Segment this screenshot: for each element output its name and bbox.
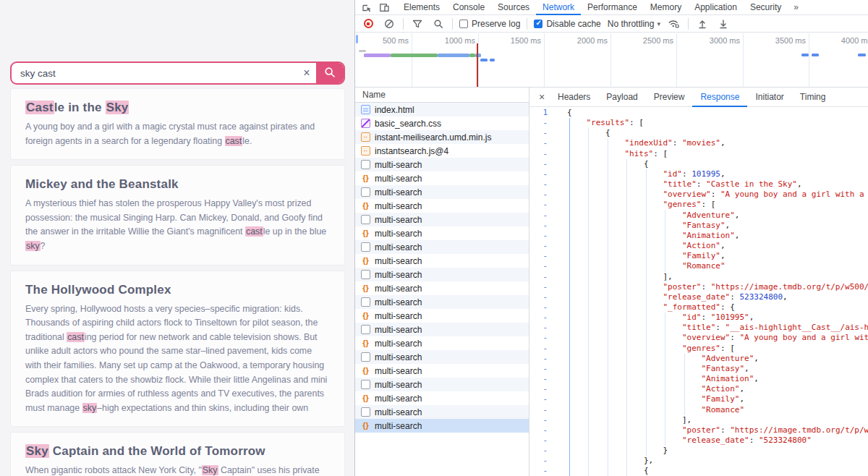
network-request-row[interactable]: multi-search [355,268,529,281]
detail-tab-preview[interactable]: Preview [646,88,693,107]
indent-guide [588,159,589,169]
response-line: - "hits": [ [529,149,868,159]
network-request-row[interactable]: multi-search [355,213,529,226]
devtools-tab-application[interactable]: Application [688,0,744,15]
network-request-row[interactable]: multi-search [355,158,529,171]
indent-guide [608,425,608,435]
request-name: multi-search [375,229,422,239]
network-request-row[interactable]: multi-search [355,295,529,309]
indent-guide [569,354,570,364]
search-results-list: Castle in the SkyA young boy and a girl … [10,88,345,476]
indent-guide [646,302,647,313]
request-name: instantsearch.js@4 [375,146,448,156]
indent-guide [588,231,589,241]
network-request-row[interactable]: ··instantsearch.js@4 [355,144,529,158]
network-request-row[interactable]: basic_search.css [355,116,529,130]
clear-network-log-button[interactable] [382,17,396,30]
search-network-icon[interactable] [431,17,446,30]
indent-guide [626,313,627,323]
network-request-row[interactable]: {}multi-search [355,391,529,405]
network-request-row[interactable]: {}multi-search [355,336,529,350]
indent-guide [569,272,570,282]
indent-guide [665,405,665,415]
preserve-log-label: Preserve log [472,19,520,29]
indent-guide [665,323,665,333]
overview-drag-handle[interactable] [356,35,358,43]
timeline-gridline [610,33,611,87]
network-request-row[interactable]: multi-search [355,350,529,364]
search-hit-card[interactable]: Castle in the SkyA young boy and a girl … [10,88,345,160]
search-hit-card[interactable]: Sky Captain and the World of TomorrowWhe… [10,432,345,476]
detail-tab-headers[interactable]: Headers [550,88,598,107]
network-request-row[interactable]: {}multi-search [355,364,529,378]
more-tabs-button[interactable]: » [788,2,805,12]
search-hit-card[interactable]: Mickey and the BeanstalkA mysterious thi… [10,165,345,265]
close-icon[interactable]: × [534,91,550,103]
response-line: - "indexUid": "movies", [529,138,868,148]
response-line: - "Action", [529,384,868,394]
request-name: multi-search [375,394,422,404]
indent-guide [588,415,589,425]
devtools-tab-elements[interactable]: Elements [397,0,446,15]
network-request-row[interactable]: multi-search [355,405,529,419]
network-request-row[interactable]: {}multi-search [355,199,529,213]
detail-tab-payload[interactable]: Payload [598,88,645,107]
indent-guide [684,384,685,394]
device-toolbar-icon[interactable] [377,1,391,14]
devtools-tab-memory[interactable]: Memory [644,0,688,15]
network-request-row[interactable]: {}multi-search [355,309,529,323]
line-number-gutter: - [529,456,554,466]
network-request-row[interactable]: multi-search [355,240,529,254]
filter-icon[interactable] [410,17,425,30]
disable-cache-checkbox[interactable]: Disable cache [534,19,600,29]
network-request-row[interactable]: ··instant-meilisearch.umd.min.js [355,130,529,144]
request-name: multi-search [375,270,422,280]
devtools-tab-console[interactable]: Console [446,0,491,15]
network-overview-timeline[interactable]: 500 ms1000 ms1500 ms2000 ms2500 ms3000 m… [355,33,868,88]
network-request-row[interactable]: {}multi-search [355,171,529,185]
detail-tab-timing[interactable]: Timing [792,88,834,107]
network-request-row[interactable]: index.html [355,103,529,116]
requests-name-column-header[interactable]: Name [355,88,529,103]
search-submit-button[interactable] [316,63,344,83]
inspect-element-icon[interactable] [359,1,374,14]
record-network-log-button[interactable] [361,17,375,30]
detail-tab-response[interactable]: Response [692,88,747,107]
timeline-gridline [809,33,809,87]
response-json-viewer[interactable]: 1{- "results": [- {- "indexUid": "movies… [529,107,868,476]
network-request-row[interactable]: multi-search [355,185,529,199]
preserve-log-checkbox[interactable]: Preserve log [459,19,520,29]
code-text: "poster": "https://image.tmdb.org/t/p/w5… [567,282,868,292]
network-request-row[interactable]: multi-search [355,378,529,391]
throttling-dropdown[interactable]: No throttling ▾ [608,19,660,29]
network-request-row[interactable]: {}multi-search [355,254,529,268]
indent-guide [569,405,570,415]
indent-guide [569,251,570,261]
code-text: "genres": [ [567,344,735,353]
timeline-tick-label: 3500 ms [775,36,806,45]
timeline-tick-label: 1500 ms [511,36,541,45]
search-hit-card[interactable]: The Hollywood ComplexEvery spring, Holly… [10,271,345,428]
network-request-row[interactable]: {}multi-search [355,419,529,433]
network-conditions-icon[interactable] [667,17,681,30]
request-name: multi-search [375,407,422,417]
search-clear-button[interactable]: × [297,63,316,83]
devtools-tab-performance[interactable]: Performance [581,0,644,15]
response-line: - "Adventure", [529,211,868,221]
indent-guide [608,456,608,466]
devtools-tab-security[interactable]: Security [744,0,788,15]
network-request-row[interactable]: {}multi-search [355,281,529,295]
network-request-row[interactable]: multi-search [355,323,529,336]
import-har-icon[interactable] [695,17,710,30]
indent-guide [646,394,647,404]
devtools-tab-sources[interactable]: Sources [491,0,536,15]
fetch-file-icon: {} [361,394,370,403]
detail-tab-initiator[interactable]: Initiator [747,88,791,107]
network-request-row[interactable]: {}multi-search [355,226,529,240]
search-input[interactable] [12,63,297,83]
indent-guide [588,221,589,231]
devtools-tab-network[interactable]: Network [536,0,581,15]
response-line: - "Fantasy", [529,221,868,231]
line-number-gutter: - [529,374,554,384]
export-har-icon[interactable] [716,17,731,30]
